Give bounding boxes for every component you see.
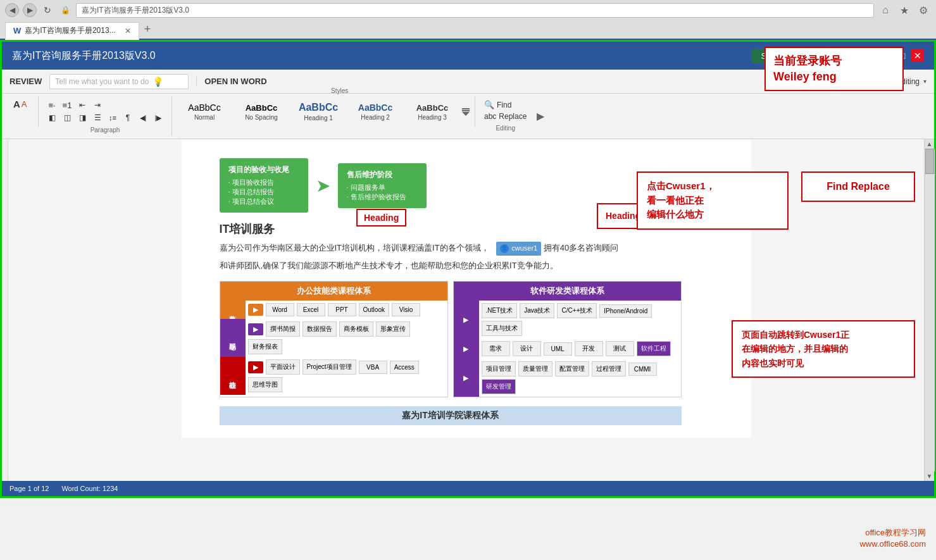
cmmi-item: CMMI [628,363,657,376]
cwuser1-box-line3: 编辑什么地方 [647,208,778,222]
proj-arrow-label: ▶ [454,359,479,397]
line-spacing-button[interactable]: ↕≡ [106,111,120,124]
styles-more-button[interactable] [461,107,471,117]
xuqiu-item: 需求 [482,341,510,356]
paragraph-row1: ≡· ≡1 ⇤ ⇥ [45,99,104,111]
it-desc2: 和讲师团队,确保了我们能源源不断地产生技术专才，也能帮助您和您的企业积累IT竞争… [220,259,713,273]
ruanjian-item: 软件工程 [637,341,671,356]
style-heading1-preview: AaBbCc [299,102,338,113]
zhicheng-items: ▶ 撰书简报 数据报告 商务模板 形象宣传 财务报表 [246,319,447,357]
ribbon-scroll-right[interactable]: ▶ [535,110,546,122]
lightbulb-icon: 💡 [153,77,163,87]
watermark-line1: office教程学习网 [859,527,926,538]
find-button[interactable]: 🔍 Find [482,99,529,111]
open-in-word-button[interactable]: OPEN IN WORD [196,77,266,86]
bullet-list-button[interactable]: ≡· [45,99,59,111]
java-item: Java技术 [520,303,554,318]
styles-more-line2 [462,110,470,111]
project-item: Project项目管理 [303,359,356,375]
annotation-jump: 页面自动跳转到Cwuser1正 在编辑的地方，并且编辑的 内容也实时可见 [732,320,915,378]
style-heading1-name: Heading 1 [304,115,333,121]
watermark-line2: www.office68.com [859,538,926,550]
coediting-dropdown-arrow: ▾ [923,78,927,85]
style-heading3-name: Heading 3 [418,114,447,121]
justify-button[interactable]: ☰ [90,111,104,124]
xingxiang-item: 形象宣传 [376,321,410,337]
cpp-item: C/C++技术 [557,303,597,318]
review-tab[interactable]: REVIEW [9,77,42,86]
tab-active[interactable]: W 嘉为IT咨询服务手册2013... ✕ [5,22,139,40]
style-heading2-button[interactable]: AaBbCc Heading 2 [347,99,404,124]
annotation-cwuser1-click: 点击Cwuser1， 看一看他正在 编辑什么地方 [637,171,789,230]
replace-button[interactable]: abc Replace [482,111,529,122]
scroll-track[interactable] [925,149,935,471]
jiqiao-row: 核心技能 ▶ 平面设计 Project项目管理 VBA Access 思维导图 [220,357,447,395]
word-count: Word Count: 1234 [61,485,118,492]
font-size-label: A [13,99,20,109]
main-course-title: 嘉为IT培训学院课程体系 [220,406,682,425]
cwuser1-indicator[interactable]: 👤 cwuser1 [496,242,541,256]
lishu-item: 撰书简报 [266,321,300,337]
align-left-button[interactable]: ◧ [45,111,59,124]
vertical-scrollbar[interactable]: ▲ ▼ [924,139,934,481]
close-button[interactable]: ✕ [911,49,924,62]
paragraph-row2: ◧ ◫ ◨ ☰ ↕≡ ¶ ◀| |▶ [45,111,165,124]
indent-right-button[interactable]: |▶ [151,111,165,124]
paragraph-section: ≡· ≡1 ⇤ ⇥ ◧ ◫ ◨ ☰ ↕≡ ¶ ◀| |▶ Paragraph [39,96,172,136]
back-button[interactable]: ◀ [5,3,19,17]
style-no-spacing-button[interactable]: AaBbCc No Spacing [233,100,290,124]
doc-scroll-left [2,139,8,481]
outlook-item: Outlook [359,303,389,316]
home-button[interactable]: ⌂ [878,3,893,18]
cwuser1-box-line2: 看一看他正在 [647,194,778,208]
tech-items: .NET技术 Java技术 C/C++技术 IPhone/Android 工具与… [479,301,681,339]
shangwu-item: 商务模板 [339,321,373,337]
refresh-button[interactable]: ↻ [41,3,54,17]
annotation-fr-line1: Find Replace [811,179,905,194]
tab-close-button[interactable]: ✕ [125,27,131,35]
gaoji-label: 高效办公 [220,301,246,319]
scroll-down-button[interactable]: ▼ [925,471,934,481]
address-text: 嘉为IT咨询服务手册2013版V3.0 [82,5,189,16]
forward-button[interactable]: ▶ [23,3,37,17]
favorites-button[interactable]: ★ [897,3,912,18]
settings-button[interactable]: ⚙ [916,3,931,18]
style-heading1-button[interactable]: AaBbCc Heading 1 [290,99,347,125]
address-bar[interactable]: 嘉为IT咨询服务手册2013版V3.0 [76,3,874,18]
uml-item: UML [544,342,572,356]
ppt-item: PPT [328,303,356,316]
style-heading3-button[interactable]: AaBbCc Heading 3 [404,100,461,124]
scroll-thumb[interactable] [925,149,934,174]
annotation-heading-text: Heading [364,213,399,223]
it-desc1-append: 拥有40多名咨询顾问 [544,243,618,252]
gongju-item: 工具与技术 [482,321,522,336]
tell-me-input[interactable]: Tell me what you want to do 💡 [49,74,189,89]
visio-item: Visio [392,303,420,316]
dev-row: ▶ 需求 设计 UML 开发 测试 软件工程 [454,339,681,359]
align-right-button[interactable]: ◨ [75,111,89,124]
tab-bar: W 嘉为IT咨询服务手册2013... ✕ + [0,20,936,40]
styles-section-label-row: Styles [331,87,348,94]
scroll-up-button[interactable]: ▲ [925,139,934,149]
font-color-indicator: A [22,99,27,109]
annotation-topright-title: 当前登录账号 [773,53,895,69]
dev-items: 需求 设计 UML 开发 测试 软件工程 [479,339,673,359]
align-center-button[interactable]: ◫ [60,111,74,124]
increase-indent-button[interactable]: ⇥ [90,99,104,111]
indent-left-button[interactable]: ◀| [136,111,150,124]
doc-area: 项目的验收与收尾 · 项目验收报告 · 项目总结报告 · 项目总结会议 ➤ 售后… [2,139,934,481]
style-normal-button[interactable]: AaBbCc Normal [176,99,233,124]
cwuser1-indicator-label: cwuser1 [511,243,537,254]
show-marks-button[interactable]: ¶ [121,111,135,124]
decrease-indent-button[interactable]: ⇤ [75,99,89,111]
tell-me-placeholder: Tell me what you want to do [55,77,149,86]
replace-label: Replace [499,112,527,121]
numbered-list-button[interactable]: ≡1 [60,99,74,111]
styles-section: AaBbCc Normal AaBbCc No Spacing AaBbCc H… [172,96,475,127]
proj-items: 项目管理 质量管理 配置管理 过程管理 CMMI 研发管理 [479,359,681,397]
new-tab-button[interactable]: + [139,20,156,39]
ribbon: A A ≡· ≡1 ⇤ ⇥ ◧ ◫ ◨ ☰ [2,94,934,139]
office-chart-title: 办公技能类课程体系 [220,282,447,301]
jiqiao-arrow: ▶ [248,361,263,373]
tab-word-icon: W [13,26,21,35]
